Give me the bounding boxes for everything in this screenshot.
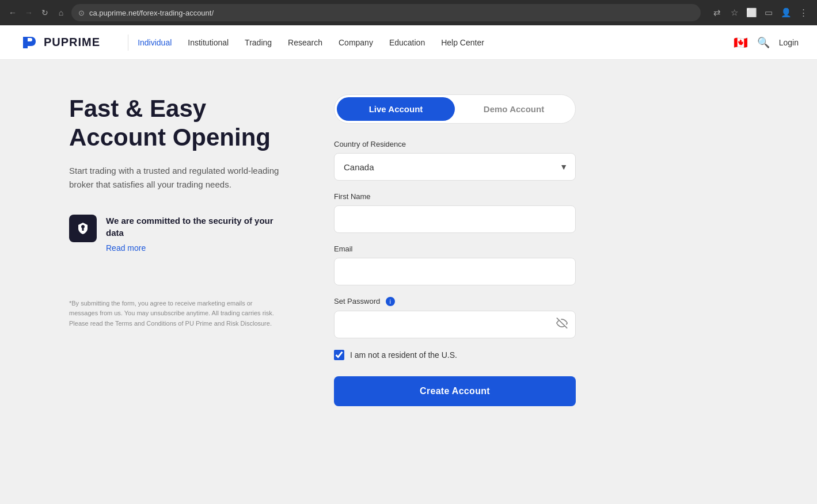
- logo-text: PUPRIME: [44, 36, 100, 49]
- back-button[interactable]: ←: [7, 7, 18, 18]
- refresh-button[interactable]: ↻: [39, 7, 51, 18]
- logo-area: PUPRIME: [18, 32, 100, 53]
- nav-item-institutional[interactable]: Institutional: [188, 38, 229, 47]
- bookmark-icon[interactable]: ☆: [727, 6, 741, 20]
- extensions-icon[interactable]: ⬜: [744, 6, 758, 20]
- main-content: Fast & Easy Account Opening Start tradin…: [0, 60, 817, 441]
- security-title: We are committed to the security of your…: [106, 215, 288, 239]
- us-resident-checkbox[interactable]: [334, 350, 344, 360]
- password-input[interactable]: [334, 311, 576, 338]
- header-right: 🇨🇦 🔍 Login: [734, 36, 799, 49]
- email-group: Email: [334, 245, 576, 285]
- password-info-icon[interactable]: i: [386, 297, 395, 306]
- country-group: Country of Residence Canada United State…: [334, 140, 576, 181]
- nav-item-help-center[interactable]: Help Center: [441, 38, 484, 47]
- hero-title: Fast & Easy Account Opening: [69, 94, 288, 152]
- nav-item-company[interactable]: Company: [339, 38, 373, 47]
- nav-item-trading[interactable]: Trading: [245, 38, 272, 47]
- demo-account-button[interactable]: Demo Account: [455, 97, 573, 121]
- live-account-button[interactable]: Live Account: [337, 97, 455, 121]
- main-nav: Individual Institutional Trading Researc…: [138, 38, 734, 47]
- email-label: Email: [334, 245, 576, 253]
- password-toggle-button[interactable]: [556, 318, 568, 332]
- country-select-wrapper: Canada United States United Kingdom Aust…: [334, 153, 576, 181]
- left-panel: Fast & Easy Account Opening Start tradin…: [69, 94, 288, 329]
- home-button[interactable]: ⌂: [55, 7, 67, 18]
- search-button[interactable]: 🔍: [757, 36, 770, 49]
- nav-item-education[interactable]: Education: [389, 38, 425, 47]
- us-resident-label: I am not a resident of the U.S.: [350, 350, 457, 360]
- nav-item-individual[interactable]: Individual: [138, 38, 172, 47]
- first-name-input[interactable]: [334, 205, 576, 233]
- password-label: Set Password i: [334, 297, 576, 306]
- flag-canada-icon[interactable]: 🇨🇦: [734, 36, 748, 49]
- site-header: PUPRIME Individual Institutional Trading…: [0, 25, 817, 60]
- logo-icon: [18, 32, 39, 53]
- url-text: ca.puprime.net/forex-trading-account/: [89, 9, 214, 17]
- browser-actions: ⇄ ☆ ⬜ ▭ 👤 ⋮: [710, 6, 810, 20]
- password-wrapper: [334, 311, 576, 338]
- country-label: Country of Residence: [334, 140, 576, 148]
- read-more-link[interactable]: Read more: [106, 243, 288, 253]
- nav-item-research[interactable]: Research: [288, 38, 322, 47]
- profile-icon[interactable]: 👤: [779, 6, 793, 20]
- right-panel: Live Account Demo Account Country of Res…: [334, 94, 576, 406]
- forward-button[interactable]: →: [23, 7, 35, 18]
- browser-chrome: ← → ↻ ⌂ ⊙ ca.puprime.net/forex-trading-a…: [0, 0, 817, 25]
- country-select[interactable]: Canada United States United Kingdom Aust…: [334, 153, 576, 181]
- security-block: We are committed to the security of your…: [69, 215, 288, 253]
- sidebar-icon[interactable]: ▭: [762, 6, 776, 20]
- menu-icon[interactable]: ⋮: [796, 6, 810, 20]
- first-name-group: First Name: [334, 192, 576, 233]
- email-input[interactable]: [334, 258, 576, 285]
- disclaimer-text: *By submitting the form, you agree to re…: [69, 299, 276, 329]
- translate-icon[interactable]: ⇄: [710, 6, 724, 20]
- page-wrapper: PUPRIME Individual Institutional Trading…: [0, 25, 817, 504]
- create-account-button[interactable]: Create Account: [334, 376, 576, 406]
- shield-icon: [69, 215, 97, 242]
- address-bar[interactable]: ⊙ ca.puprime.net/forex-trading-account/: [71, 4, 701, 21]
- hero-subtitle: Start trading with a trusted and regulat…: [69, 164, 288, 192]
- login-button[interactable]: Login: [779, 38, 799, 47]
- security-text: We are committed to the security of your…: [106, 215, 288, 253]
- nav-divider: [128, 35, 128, 51]
- us-resident-checkbox-row: I am not a resident of the U.S.: [334, 350, 576, 360]
- account-type-toggle: Live Account Demo Account: [334, 94, 576, 124]
- password-group: Set Password i: [334, 297, 576, 338]
- first-name-label: First Name: [334, 192, 576, 201]
